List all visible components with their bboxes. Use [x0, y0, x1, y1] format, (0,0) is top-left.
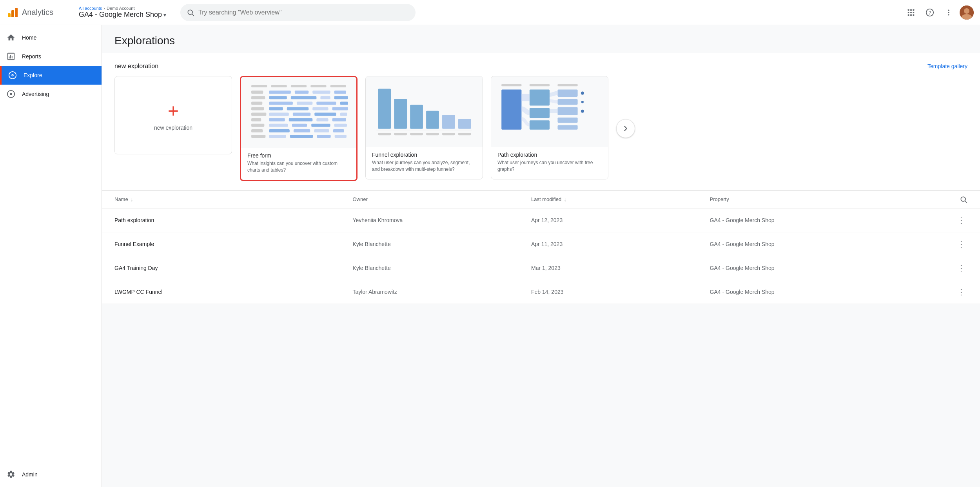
free-form-desc: What insights can you uncover with custo… [247, 160, 350, 174]
free-form-card[interactable]: Free form What insights can you uncover … [240, 76, 358, 181]
more-vert-icon-button[interactable] [941, 5, 956, 20]
sidebar-item-reports[interactable]: Reports [0, 47, 102, 66]
svg-rect-79 [290, 135, 313, 138]
breadcrumb-parent[interactable]: All accounts [79, 6, 102, 11]
path-name: Path exploration [497, 152, 602, 158]
table-row[interactable]: GA4 Training Day Kyle Blanchette Mar 1, … [102, 256, 980, 280]
svg-line-111 [965, 201, 967, 203]
svg-point-17 [948, 12, 949, 13]
svg-rect-95 [501, 84, 521, 86]
sidebar-label-advertising: Advertising [22, 91, 49, 97]
new-exploration-label: new exploration [114, 63, 158, 70]
sidebar-label-reports: Reports [22, 53, 41, 60]
breadcrumb: All accounts › Demo Account [79, 6, 166, 11]
svg-rect-69 [292, 124, 307, 127]
app-title: Analytics [22, 8, 53, 17]
svg-point-109 [581, 109, 584, 112]
breadcrumb-child: Demo Account [107, 6, 135, 11]
svg-rect-58 [269, 113, 289, 116]
svg-rect-44 [291, 96, 316, 99]
cell-owner-3: Taylor Abramowitz [352, 286, 531, 298]
more-options-button-0[interactable]: ⋮ [955, 214, 967, 226]
funnel-desc: What user journeys can you analyze, segm… [372, 159, 476, 173]
cell-modified-2: Mar 1, 2023 [531, 262, 710, 274]
new-exploration-card-label: new exploration [154, 125, 192, 131]
chevron-down-icon: ▾ [163, 12, 166, 18]
svg-rect-11 [908, 14, 909, 16]
breadcrumb-chevron: › [103, 6, 105, 11]
property-selector[interactable]: GA4 - Google Merch Shop ▾ [79, 11, 166, 19]
cell-property-3: GA4 - Google Merch Shop [710, 286, 948, 298]
search-table-icon[interactable] [960, 196, 967, 203]
template-gallery-link[interactable]: Template gallery [927, 63, 967, 69]
search-bar [180, 4, 416, 21]
svg-rect-39 [295, 91, 309, 94]
sort-modified-icon: ↓ [564, 196, 566, 203]
new-exploration-card[interactable]: + new exploration [114, 76, 232, 154]
svg-rect-76 [333, 129, 344, 132]
funnel-exploration-card[interactable]: Funnel exploration What user journeys ca… [365, 76, 483, 179]
svg-rect-34 [291, 85, 307, 87]
next-button[interactable] [616, 119, 635, 138]
cell-owner-0: Yevheniia Khromova [352, 214, 531, 226]
svg-rect-93 [442, 133, 455, 135]
svg-rect-103 [557, 99, 577, 105]
svg-line-4 [192, 14, 194, 16]
more-options-button-3[interactable]: ⋮ [955, 286, 967, 298]
col-name-label: Name [114, 196, 128, 202]
col-header-property: Property [710, 196, 948, 203]
path-preview [491, 76, 608, 147]
funnel-info: Funnel exploration What user journeys ca… [366, 147, 483, 179]
avatar[interactable] [960, 5, 974, 20]
sidebar-item-advertising[interactable]: Advertising [0, 85, 102, 103]
svg-rect-41 [334, 91, 346, 94]
col-header-name[interactable]: Name ↓ [114, 196, 352, 203]
help-icon-button[interactable]: ? [922, 5, 938, 20]
svg-rect-63 [269, 118, 285, 121]
cell-name-3: LWGMP CC Funnel [114, 286, 352, 298]
svg-rect-83 [394, 99, 407, 129]
svg-point-20 [964, 8, 969, 14]
svg-rect-5 [908, 9, 909, 11]
table-row[interactable]: Path exploration Yevheniia Khromova Apr … [102, 208, 980, 232]
svg-rect-87 [458, 119, 471, 129]
path-preview-svg [497, 81, 602, 143]
svg-rect-75 [314, 129, 329, 132]
user-avatar-icon [960, 5, 974, 20]
svg-rect-68 [269, 124, 288, 127]
svg-rect-38 [269, 91, 290, 94]
cell-name-2: GA4 Training Day [114, 262, 352, 274]
sidebar-label-home: Home [22, 34, 36, 41]
path-exploration-card[interactable]: Path exploration What user journeys can … [491, 76, 608, 179]
svg-rect-97 [557, 84, 577, 86]
more-vert-icon [945, 9, 953, 16]
svg-rect-59 [293, 113, 310, 116]
svg-rect-104 [557, 107, 577, 115]
more-options-button-2[interactable]: ⋮ [955, 262, 967, 274]
table-row[interactable]: LWGMP CC Funnel Taylor Abramowitz Feb 14… [102, 280, 980, 304]
table-row[interactable]: Funnel Example Kyle Blanchette Apr 11, 2… [102, 232, 980, 256]
svg-rect-60 [314, 113, 336, 116]
cell-property-0: GA4 - Google Merch Shop [710, 214, 948, 226]
svg-rect-101 [530, 120, 550, 130]
help-icon: ? [926, 8, 934, 17]
svg-rect-6 [910, 9, 912, 11]
col-header-last-modified[interactable]: Last modified ↓ [531, 196, 710, 203]
svg-rect-32 [251, 85, 267, 87]
cell-name-1: Funnel Example [114, 238, 352, 250]
sidebar-item-home[interactable]: Home [0, 28, 102, 47]
explorations-table-area: Name ↓ Owner Last modified ↓ Property [102, 191, 980, 304]
explorations-header: Explorations [102, 25, 980, 53]
cell-actions-1: ⋮ [948, 238, 967, 250]
svg-rect-10 [913, 12, 915, 13]
col-owner-label: Owner [352, 196, 367, 202]
svg-rect-42 [251, 96, 265, 99]
search-input[interactable] [198, 9, 409, 16]
svg-rect-55 [312, 107, 328, 110]
more-options-button-1[interactable]: ⋮ [955, 238, 967, 250]
sidebar-item-explore[interactable]: Explore [0, 66, 102, 85]
sidebar: Home Reports Explore [0, 25, 102, 487]
sidebar-item-admin[interactable]: Admin [0, 465, 102, 484]
apps-icon-button[interactable] [903, 5, 919, 20]
svg-rect-78 [269, 135, 286, 138]
